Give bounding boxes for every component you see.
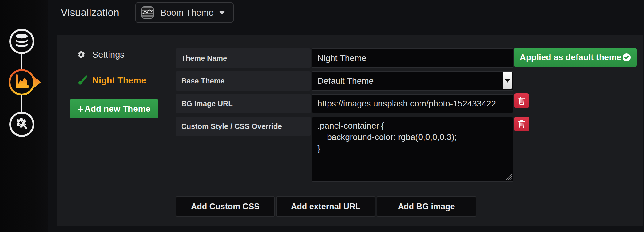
theme-name-field-label: Theme Name (176, 48, 311, 68)
delete-custom-css-button[interactable] (514, 117, 529, 131)
add-bg-image-label: Add BG image (398, 202, 455, 211)
check-circle-icon (622, 53, 631, 62)
add-new-theme-button[interactable]: + Add new Theme (70, 99, 158, 118)
boom-theme-panel-icon (141, 6, 154, 19)
area-chart-icon (6, 66, 43, 98)
caret-down-icon (505, 79, 510, 83)
applied-default-theme-label: Applied as default theme (520, 52, 621, 62)
editor-sidebar (0, 0, 48, 232)
page-title: Visualization (61, 7, 119, 18)
delete-bg-image-url-button[interactable] (514, 93, 529, 108)
sidebar-item-visualization-active[interactable] (6, 66, 43, 98)
theme-name-nav-label: Night Theme (92, 75, 146, 86)
textarea-resize-handle[interactable] (504, 171, 513, 180)
database-icon (15, 33, 29, 50)
base-theme-selected-value: Default Theme (317, 76, 374, 86)
custom-css-field-label: Custom Style / CSS Override (176, 117, 311, 136)
plus-icon: + (78, 104, 84, 114)
add-custom-css-button[interactable]: Add Custom CSS (176, 196, 275, 217)
viz-type-dropdown[interactable]: Boom Theme (135, 2, 234, 23)
base-theme-select[interactable]: Default Theme (312, 71, 513, 91)
theme-nav-item[interactable]: Night Theme (77, 73, 146, 87)
gear-icon (77, 50, 86, 59)
settings-label: Settings (92, 50, 125, 60)
applied-default-theme-button[interactable]: Applied as default theme (514, 48, 637, 67)
sidebar-item-queries[interactable] (9, 29, 34, 54)
base-theme-field-label: Base Theme (176, 71, 311, 91)
panel-editor-screen: Visualization Boom Theme Settings Night … (0, 0, 644, 232)
viz-type-label: Boom Theme (160, 8, 214, 18)
add-custom-css-label: Add Custom CSS (191, 202, 260, 211)
settings-nav-item[interactable]: Settings (77, 48, 125, 61)
chevron-down-icon (219, 11, 225, 15)
select-dropdown-arrow[interactable] (503, 72, 512, 89)
add-external-url-button[interactable]: Add external URL (276, 196, 375, 217)
custom-css-textarea[interactable] (312, 117, 513, 182)
paint-brush-icon (77, 75, 87, 86)
trash-icon (518, 119, 526, 129)
trash-icon (518, 96, 526, 105)
add-bg-image-button[interactable]: Add BG image (377, 196, 476, 217)
sidebar-item-general[interactable] (9, 112, 34, 137)
gear-wrench-icon (15, 117, 29, 132)
bg-image-url-input[interactable] (312, 94, 513, 113)
add-new-theme-label: Add new Theme (85, 104, 151, 114)
bg-image-url-field-label: BG Image URL (176, 94, 311, 113)
add-external-url-label: Add external URL (291, 202, 361, 211)
theme-name-input[interactable] (312, 48, 513, 68)
